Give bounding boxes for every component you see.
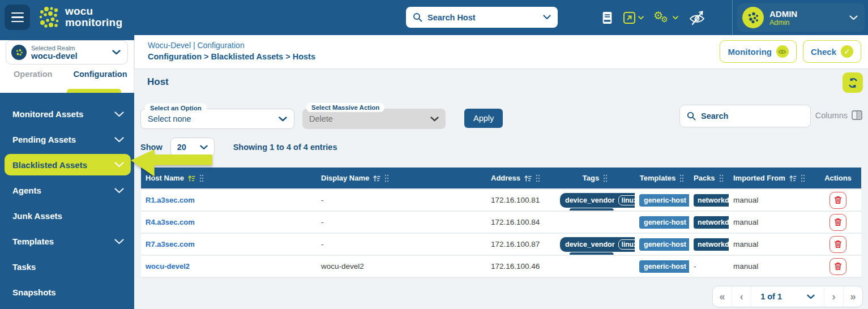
col-header-packs[interactable]: Packs	[694, 174, 715, 182]
col-header-tags[interactable]: Tags	[583, 174, 599, 182]
drag-handle-icon[interactable]	[384, 174, 389, 182]
next-page-button[interactable]: ›	[824, 286, 843, 307]
pagination: « ‹ 1 of 1 › »	[712, 286, 863, 307]
tag-badge[interactable]: device_vendor linux	[560, 237, 635, 252]
sidebar-item-label: Agents	[12, 186, 41, 195]
external-link-menu[interactable]	[623, 11, 644, 24]
templates-cell: generic-host	[635, 255, 689, 277]
user-menu[interactable]: ADMIN Admin	[737, 3, 865, 32]
col-header-address[interactable]: Address	[491, 174, 520, 182]
pack-badge[interactable]: networkd..	[694, 238, 729, 251]
col-header-display-name[interactable]: Display Name	[321, 174, 369, 182]
drag-handle-icon[interactable]	[199, 174, 204, 182]
drag-handle-icon[interactable]	[679, 174, 684, 182]
host-link[interactable]: R1.a3sec.com	[146, 196, 195, 204]
drag-handle-icon[interactable]	[536, 174, 540, 182]
realm-label: Selected Realm	[31, 45, 78, 52]
col-header-host-name[interactable]: Host Name	[146, 174, 184, 182]
tag-sub-badge: linux	[618, 195, 635, 205]
sort-icon[interactable]	[373, 175, 380, 182]
logo-word-2: monitoring	[65, 17, 122, 28]
drag-handle-icon[interactable]	[603, 174, 608, 182]
menu-icon[interactable]	[5, 5, 30, 30]
pack-badge[interactable]: networkd..	[694, 216, 729, 229]
actions-cell	[815, 255, 861, 277]
page-select[interactable]: 1 of 1	[751, 292, 824, 301]
host-link[interactable]: R7.a3sec.com	[146, 240, 195, 248]
tab-configuration[interactable]: Configuration	[73, 70, 127, 79]
table-search-input[interactable]: Search	[679, 105, 811, 127]
delete-button[interactable]	[829, 214, 846, 231]
columns-button[interactable]: Columns	[815, 110, 862, 120]
delete-button[interactable]	[829, 192, 846, 209]
breadcrumb-path[interactable]: Configuration > Blacklisted Assets > Hos…	[148, 52, 315, 61]
delete-button[interactable]	[829, 258, 846, 275]
main-content: Host Select an Option Select none Select…	[134, 70, 868, 309]
template-badge[interactable]: generic-host	[639, 216, 689, 229]
imported-from-cell: manual	[729, 233, 815, 255]
tags-cell: device_vendor linux	[555, 233, 635, 255]
docs-book-icon[interactable]	[601, 11, 613, 25]
chevron-down-icon	[114, 111, 124, 117]
monitoring-button[interactable]: Monitoring	[720, 40, 796, 63]
sidebar-item-junk-assets[interactable]: Junk Assets	[0, 203, 134, 229]
realm-selector[interactable]: Selected Realm wocu-devel	[6, 40, 128, 65]
sort-icon[interactable]	[524, 175, 532, 182]
sidebar-item-snapshots[interactable]: Snapshots	[0, 280, 134, 305]
tab-operation[interactable]: Operation	[14, 70, 52, 79]
eye-slash-icon[interactable]	[688, 10, 706, 26]
template-badge[interactable]: generic-host	[639, 260, 689, 273]
drag-handle-icon[interactable]	[719, 174, 724, 182]
chevron-down-icon	[114, 137, 124, 143]
drag-handle-icon[interactable]	[801, 174, 805, 182]
prev-page-button[interactable]: ‹	[732, 286, 751, 307]
sidebar-item-templates[interactable]: Templates	[0, 229, 134, 254]
host-link[interactable]: wocu-devel2	[146, 262, 190, 271]
trash-icon	[834, 262, 842, 271]
pack-badge[interactable]: networkd..	[694, 194, 729, 207]
table-row: wocu-devel2 wocu-devel2 172.16.100.46 ge…	[141, 255, 861, 277]
template-badge[interactable]: generic-host	[639, 238, 689, 251]
tag-badge[interactable]: device_vendor linux	[560, 193, 635, 208]
sidebar-item-pending-assets[interactable]: Pending Assets	[0, 127, 134, 152]
eye-icon	[776, 45, 789, 58]
page-size-select[interactable]: 20	[170, 138, 215, 157]
option-select[interactable]: Select an Option Select none	[140, 109, 294, 129]
page-indicator: 1 of 1	[760, 292, 782, 301]
template-badge[interactable]: generic-host	[639, 194, 689, 207]
search-host-dropdown[interactable]: Search Host	[406, 7, 558, 28]
refresh-icon	[848, 78, 858, 88]
delete-button[interactable]	[829, 236, 846, 253]
breadcrumb: Wocu-Devel | Configuration Configuration…	[148, 41, 315, 61]
trash-icon	[834, 196, 842, 204]
columns-icon	[852, 110, 862, 120]
refresh-button[interactable]	[843, 72, 863, 93]
sidebar-item-monitored-assets[interactable]: Monitored Assets	[0, 101, 134, 127]
col-header-imported-from[interactable]: Imported From	[733, 174, 785, 182]
breadcrumb-context[interactable]: Wocu-Devel | Configuration	[148, 41, 315, 50]
sidebar-item-tasks[interactable]: Tasks	[0, 254, 134, 280]
col-header-templates[interactable]: Templates	[640, 174, 675, 182]
sort-icon[interactable]	[789, 175, 797, 182]
settings-menu[interactable]: ⚙⚙	[653, 10, 678, 25]
sidebar-item-agents[interactable]: Agents	[0, 178, 134, 203]
massive-action-select[interactable]: Select Massive Action Delete	[302, 109, 446, 129]
check-button[interactable]: Check ✓	[803, 40, 861, 63]
navbar-icon-group: ⚙⚙	[601, 0, 706, 35]
tag-sub-badge: linux	[618, 239, 635, 250]
host-link[interactable]: R4.a3sec.com	[146, 218, 195, 226]
tags-cell	[555, 211, 635, 233]
massive-action-value: Delete	[309, 114, 333, 123]
apply-button[interactable]: Apply	[464, 109, 503, 128]
display-name-cell: -	[317, 233, 486, 255]
sidebar-item-blacklisted-assets[interactable]: Blacklisted Assets	[5, 154, 131, 175]
sidebar: Selected Realm wocu-devel Operation Conf…	[0, 35, 134, 309]
option-select-label: Select an Option	[145, 104, 207, 113]
check-button-label: Check	[811, 47, 836, 57]
first-page-button[interactable]: «	[713, 286, 732, 307]
last-page-button[interactable]: »	[844, 286, 862, 307]
table-row: R1.a3sec.com - 172.16.100.81 device_vend…	[141, 189, 861, 211]
display-name-cell: wocu-devel2	[317, 255, 486, 277]
packs-cell: -	[689, 255, 729, 277]
sort-icon[interactable]	[188, 175, 195, 182]
